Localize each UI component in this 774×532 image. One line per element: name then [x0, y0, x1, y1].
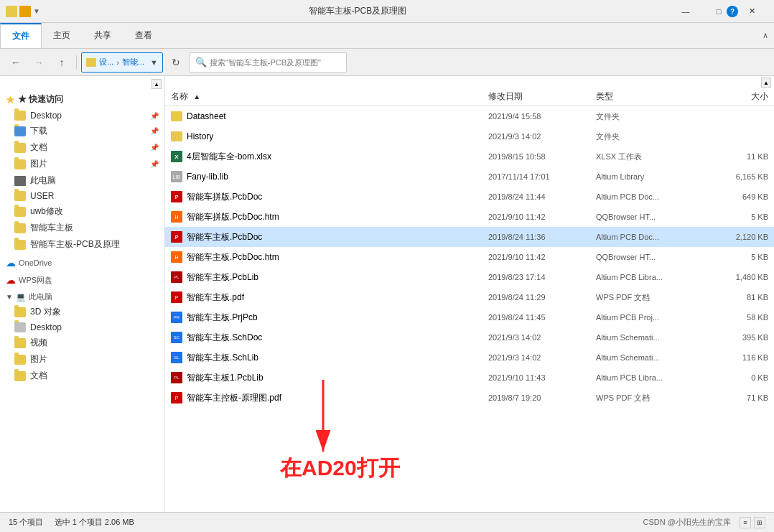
table-row[interactable]: P 智能车主板.PcbDoc 2019/8/24 11:36 Altium PC… — [165, 227, 774, 247]
breadcrumb-path1[interactable]: 设... — [99, 57, 113, 67]
file-name-cell: LIB Fany-lib.lib — [171, 171, 488, 182]
tab-home[interactable]: 主页 — [42, 23, 83, 48]
file-name-text: History — [187, 131, 213, 141]
folder-icon — [14, 371, 26, 381]
folder-icon — [86, 58, 96, 67]
table-row[interactable]: P 智能车主板.pdf 2019/8/24 11:29 WPS PDF 文档 8… — [165, 287, 774, 307]
table-row[interactable]: P 智能车主控板-原理图.pdf 2019/8/7 19:20 WPS PDF … — [165, 388, 774, 408]
help-button[interactable]: ? — [727, 6, 738, 17]
folder-icon — [14, 111, 26, 121]
sidebar-item-user[interactable]: USER — [0, 189, 164, 203]
folder-icon — [14, 126, 26, 136]
title-bar: ▼ 智能车主板-PCB及原理图 — □ ✕ ? — [0, 0, 774, 23]
main-content: ▲ ★ ★ 快速访问 Desktop 📌 下载 📌 文档 📌 图片 📌 — [0, 76, 774, 512]
file-type: QQBrowser HT... — [596, 213, 711, 221]
tab-share[interactable]: 共享 — [83, 23, 123, 48]
table-row[interactable]: LIB Fany-lib.lib 2017/11/14 17:01 Altium… — [165, 167, 774, 187]
file-name-text: 智能车主板.PcbDoc.htm — [187, 251, 279, 263]
table-row[interactable]: PL 智能车主板1.PcbLib 2021/9/10 11:43 Altium … — [165, 368, 774, 388]
file-name-text: 智能车主板.SchDoc — [187, 332, 262, 344]
list-view-btn[interactable]: ≡ — [740, 517, 751, 528]
this-pc-section[interactable]: ▼ 💻 此电脑 — [0, 287, 164, 304]
app-icon-folder — [19, 6, 31, 17]
file-date: 2019/8/24 11:29 — [488, 293, 596, 302]
file-type: WPS PDF 文档 — [596, 292, 711, 303]
sidebar-item-label: 智能车主板 — [30, 222, 73, 234]
sidebar-item-videos[interactable]: 视频 — [0, 335, 164, 351]
sidebar-item-thispc[interactable]: 此电脑 — [0, 172, 164, 189]
lib-icon: LIB — [171, 171, 182, 182]
sidebar: ▲ ★ ★ 快速访问 Desktop 📌 下载 📌 文档 📌 图片 📌 — [0, 76, 165, 512]
file-type: Altium Library — [596, 172, 711, 181]
file-type: Altium PCB Doc... — [596, 192, 711, 201]
file-area: ▲ 名称 ▲ 修改日期 类型 大小 Datasheet 2021/9/4 15:… — [165, 76, 774, 512]
sidebar-scroll-up[interactable]: ▲ — [0, 79, 164, 89]
col-header-type[interactable]: 类型 — [596, 90, 711, 103]
tab-view[interactable]: 查看 — [123, 23, 164, 48]
file-size: 11 KB — [711, 152, 768, 161]
sidebar-item-documents[interactable]: 文档 📌 — [0, 139, 164, 156]
table-row[interactable]: X 4层智能车全-bom.xlsx 2019/8/15 10:58 XLSX 工… — [165, 146, 774, 167]
sidebar-item-download[interactable]: 下载 📌 — [0, 123, 164, 139]
pc-icon — [14, 176, 26, 186]
onedrive-section[interactable]: ☁ OneDrive — [0, 253, 164, 270]
sidebar-item-3d[interactable]: 3D 对象 — [0, 304, 164, 320]
close-button[interactable]: ✕ — [735, 0, 768, 23]
table-row[interactable]: Datasheet 2021/9/4 15:58 文件夹 — [165, 106, 774, 126]
table-row[interactable]: H 智能车主板.PcbDoc.htm 2021/9/10 11:42 QQBro… — [165, 247, 774, 267]
pcb-icon: P — [171, 231, 182, 243]
minimize-button[interactable]: — — [669, 0, 702, 23]
table-row[interactable]: SC 智能车主板.SchDoc 2021/9/3 14:02 Altium Sc… — [165, 327, 774, 347]
sidebar-item-pictures2[interactable]: 图片 — [0, 351, 164, 368]
sidebar-item-smart-car-pcb[interactable]: 智能车主板-PCB及原理 — [0, 236, 164, 253]
quick-access-header[interactable]: ★ ★ 快速访问 — [0, 89, 164, 108]
sidebar-item-pictures[interactable]: 图片 📌 — [0, 156, 164, 172]
tab-file[interactable]: 文件 — [0, 23, 42, 48]
file-date: 2019/8/23 17:14 — [488, 273, 596, 281]
table-row[interactable]: PR 智能车主板.PrjPcb 2019/8/24 11:45 Altium P… — [165, 307, 774, 327]
table-row[interactable]: History 2021/9/3 14:02 文件夹 — [165, 126, 774, 146]
file-name-text: Fany-lib.lib — [187, 172, 228, 182]
refresh-button[interactable]: ↻ — [166, 52, 186, 73]
breadcrumb-path2[interactable]: 智能... — [122, 57, 144, 67]
folder-icon — [14, 191, 26, 201]
up-button[interactable]: ↑ — [52, 52, 72, 73]
title-bar-arrow: ▼ — [33, 7, 40, 15]
file-type: XLSX 工作表 — [596, 151, 711, 162]
file-type: Altium PCB Doc... — [596, 233, 711, 241]
col-header-size[interactable]: 大小 — [711, 90, 768, 103]
grid-view-btn[interactable]: ⊞ — [754, 517, 765, 528]
file-name-cell: PR 智能车主板.PrjPcb — [171, 312, 488, 324]
file-size: 395 KB — [711, 333, 768, 342]
table-row[interactable]: SL 智能车主板.SchLib 2021/9/3 14:02 Altium Sc… — [165, 347, 774, 368]
breadcrumb-dropdown[interactable]: ▼ — [150, 58, 158, 67]
sidebar-item-uwb[interactable]: uwb修改 — [0, 203, 164, 220]
table-row[interactable]: P 智能车拼版.PcbDoc 2019/8/24 11:44 Altium PC… — [165, 187, 774, 207]
ribbon-collapse[interactable]: ∧ — [757, 23, 774, 48]
col-header-name[interactable]: 名称 ▲ — [171, 90, 488, 103]
folder-icon — [14, 322, 26, 332]
sidebar-item-desktop2[interactable]: Desktop — [0, 320, 164, 335]
sidebar-item-desktop[interactable]: Desktop 📌 — [0, 108, 164, 123]
sidebar-item-documents2[interactable]: 文档 — [0, 368, 164, 384]
search-input[interactable] — [210, 58, 340, 67]
table-row[interactable]: H 智能车拼版.PcbDoc.htm 2021/9/10 11:42 QQBro… — [165, 207, 774, 227]
file-name-text: 智能车主板.PcbDoc — [187, 231, 262, 243]
annotation-text: 在AD20打开 — [280, 454, 400, 483]
sidebar-item-smart-car[interactable]: 智能车主板 — [0, 220, 164, 236]
breadcrumb-folder-icon: 设... › 智能... ▼ — [81, 52, 163, 73]
file-name-text: 智能车主板.SchLib — [187, 352, 258, 364]
wps-cloud-section[interactable]: ☁ WPS网盘 — [0, 270, 164, 287]
folder-icon — [14, 307, 26, 317]
file-date: 2019/8/24 11:45 — [488, 313, 596, 322]
file-area-scroll-up[interactable]: ▲ — [165, 76, 774, 88]
back-button[interactable]: ← — [6, 52, 26, 73]
forward-button[interactable]: → — [29, 52, 49, 73]
table-row[interactable]: PL 智能车主板.PcbLib 2019/8/23 17:14 Altium P… — [165, 267, 774, 287]
col-header-date[interactable]: 修改日期 — [488, 90, 596, 103]
status-watermark: CSDN @小阳先生的宝库 — [643, 517, 731, 528]
folder-icon — [14, 355, 26, 365]
folder-icon — [14, 159, 26, 169]
status-bar: 15 个项目 选中 1 个项目 2.06 MB CSDN @小阳先生的宝库 ≡ … — [0, 512, 774, 532]
sidebar-item-label: 智能车主板-PCB及原理 — [30, 238, 120, 251]
